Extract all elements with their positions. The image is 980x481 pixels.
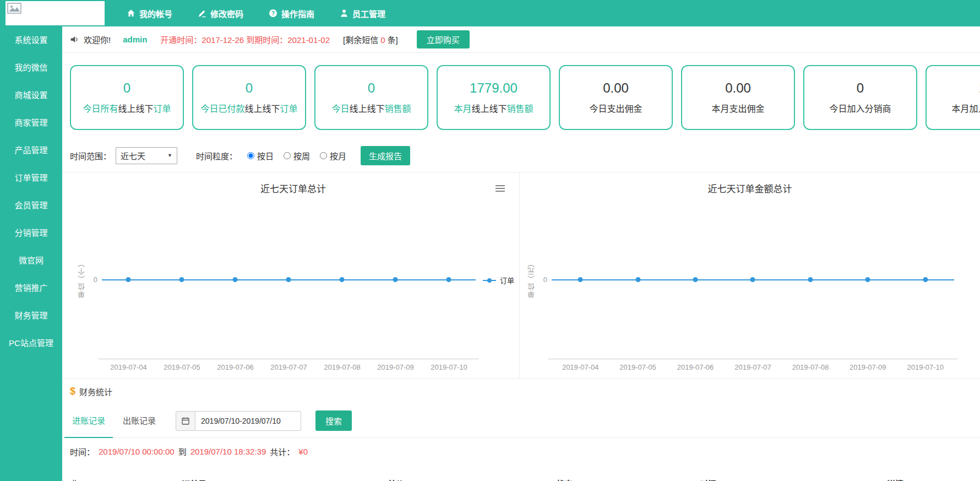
report-filter-row: 时间范围： 近七天 ▼ 时间粒度： 按日 按周 按月 生成报告: [62, 139, 980, 172]
radio-by-week[interactable]: 按周: [284, 150, 310, 161]
data-point-dot: [865, 277, 870, 282]
sidebar-item-finance-management[interactable]: 财务管理: [0, 302, 62, 329]
username: admin: [123, 35, 147, 44]
summary-total-value: ¥0: [298, 447, 308, 456]
table-column-index: #: [72, 478, 76, 481]
y-axis-tick-label: 0: [535, 275, 547, 284]
home-icon: [127, 9, 135, 18]
nav-staff-management[interactable]: 员工管理: [340, 8, 385, 19]
question-circle-icon: ?: [269, 9, 277, 18]
radio-by-day-input[interactable]: [247, 152, 254, 159]
data-point-dot: [750, 277, 755, 282]
data-point-dot: [286, 277, 291, 282]
chart-legend[interactable]: 订单: [483, 275, 514, 285]
user-icon: [340, 9, 349, 18]
x-tick-label: 2019-07-08: [324, 363, 361, 371]
stat-value: 0: [123, 80, 130, 96]
x-tick-label: 2019-07-05: [619, 363, 656, 371]
sidebar: 系统设置 我的微信 商城设置 商家管理 产品管理 订单管理 会员管理 分销管理 …: [0, 26, 62, 481]
sidebar-item-pc-site-management[interactable]: PC站点管理: [0, 329, 62, 357]
orders-week-chart: 近七天订单总计 单位（个） 0 2019-07-04 2019-07-05 20…: [70, 172, 516, 379]
radio-label: 按周: [293, 150, 310, 161]
sidebar-item-mall-settings[interactable]: 商城设置: [0, 82, 62, 109]
buy-now-button[interactable]: 立即购买: [417, 30, 470, 48]
radio-by-week-input[interactable]: [284, 152, 291, 159]
legend-label: 订单: [500, 275, 514, 285]
x-axis-line: [99, 359, 479, 359]
stat-value: 0: [857, 80, 864, 96]
summary-total-label: 共计：: [270, 446, 295, 457]
x-tick-label: 2019-07-10: [431, 363, 467, 371]
stat-value: 0.00: [725, 80, 751, 96]
x-tick-label: 2019-07-09: [377, 363, 414, 371]
stat-card-today-commission: 0.00 今日支出佣金: [559, 65, 673, 130]
x-tick-label: 2019-07-07: [734, 363, 771, 371]
stat-label: 今日加入分销商: [829, 101, 891, 115]
chevron-down-icon: ▼: [167, 153, 172, 158]
hamburger-menu-icon[interactable]: [496, 185, 507, 194]
nav-label: 操作指南: [281, 8, 314, 19]
logo[interactable]: [6, 1, 105, 25]
table-column-detail: 详情: [887, 478, 903, 481]
table-column-time: 时间: [700, 478, 716, 481]
stat-label: 今日支出佣金: [589, 101, 642, 115]
stat-card-today-new-distributors: 0 今日加入分销商: [803, 65, 917, 130]
nav-guide[interactable]: ? 操作指南: [269, 8, 314, 19]
table-column-order-no: 订单号: [182, 478, 206, 481]
finance-tabs-row: 进账记录 出账记录 搜索: [62, 404, 980, 438]
radio-by-day[interactable]: 按日: [247, 150, 274, 161]
sidebar-item-marketing[interactable]: 营销推广: [0, 274, 62, 302]
date-range-input[interactable]: [195, 411, 301, 431]
plot-area: 2019-07-04 2019-07-05 2019-07-06 2019-07…: [552, 172, 954, 379]
data-point-dot: [635, 277, 640, 282]
stat-label: 今日线上线下销售额: [331, 101, 411, 115]
generate-report-button[interactable]: 生成报告: [361, 146, 410, 165]
stat-cards-row: 0 今日所有线上线下订单 0 今日已付款线上线下订单 0 今日线上线下销售额 1…: [62, 53, 980, 139]
nav-my-account[interactable]: 我的帐号: [127, 8, 172, 19]
summary-end-time: 2019/07/10 18:32:39: [190, 447, 266, 456]
x-tick-label: 2019-07-04: [562, 363, 599, 371]
stat-card-month-commission: 0.00 本月支出佣金: [681, 65, 795, 130]
x-tick-label: 2019-07-10: [907, 363, 944, 371]
stat-value: 0: [246, 80, 253, 96]
time-range-select[interactable]: 近七天 ▼: [116, 147, 177, 164]
table-column-status: 状态: [556, 478, 573, 481]
stat-value: 0.00: [603, 80, 629, 96]
data-point-dot: [808, 277, 813, 282]
sms-count: 0: [380, 35, 385, 45]
broken-image-icon: [7, 3, 21, 14]
sms-remaining: [剩余短信0条]: [343, 34, 398, 45]
svg-text:?: ?: [271, 10, 275, 17]
sidebar-item-order-management[interactable]: 订单管理: [0, 164, 62, 192]
speaker-icon: [70, 35, 79, 44]
sidebar-item-my-wechat[interactable]: 我的微信: [0, 54, 62, 82]
stat-value: 1779.00: [470, 80, 518, 96]
charts-row: 近七天订单总计 单位（个） 0 2019-07-04 2019-07-05 20…: [62, 172, 980, 379]
sidebar-item-distribution-management[interactable]: 分销管理: [0, 219, 62, 247]
nav-label: 修改密码: [210, 8, 243, 19]
calendar-icon-button[interactable]: [176, 411, 195, 431]
sidebar-item-micro-site[interactable]: 微官网: [0, 247, 62, 274]
tab-income-records[interactable]: 进账记录: [64, 404, 113, 438]
sidebar-item-merchant-management[interactable]: 商家管理: [0, 109, 62, 137]
tab-outcome-records[interactable]: 出账记录: [115, 404, 164, 438]
nav-change-password[interactable]: 修改密码: [198, 8, 243, 19]
finance-section-header: $ 财务统计: [62, 379, 980, 404]
radio-by-month[interactable]: 按月: [320, 150, 346, 161]
x-tick-label: 2019-07-06: [217, 363, 254, 371]
summary-start-time: 2019/07/10 00:00:00: [99, 447, 175, 456]
data-point-dot: [233, 277, 238, 282]
sidebar-item-member-management[interactable]: 会员管理: [0, 192, 62, 219]
edit-icon: [198, 9, 206, 18]
search-button[interactable]: 搜索: [315, 410, 352, 431]
data-point-dot: [923, 277, 928, 282]
main-content: 欢迎你! admin 开通时间：2017-12-26 到期时间：2021-01-…: [62, 26, 980, 481]
radio-by-month-input[interactable]: [320, 152, 327, 159]
sidebar-item-product-management[interactable]: 产品管理: [0, 137, 62, 164]
nav-label: 我的帐号: [139, 8, 172, 19]
data-point-dot: [340, 277, 345, 282]
finance-section-title: 财务统计: [79, 386, 112, 397]
sidebar-item-system-settings[interactable]: 系统设置: [0, 26, 62, 54]
table-column-price: 单价: [388, 478, 404, 481]
top-navigation: 我的帐号 修改密码 ? 操作指南 员工管理: [127, 0, 385, 26]
